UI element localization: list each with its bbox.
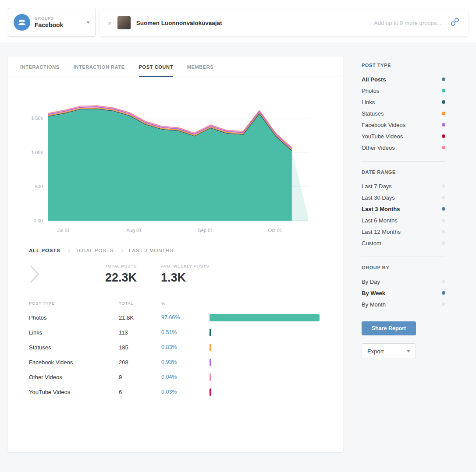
color-dot (442, 196, 445, 199)
filter-label: Last 30 Days (362, 194, 395, 201)
svg-text:0.00: 0.00 (34, 218, 43, 223)
groups-label: GROUPS (35, 16, 63, 21)
table-row[interactable]: Statuses 185 0.83% (29, 340, 322, 355)
table-row[interactable]: Other Videos 9 0.04% (29, 370, 322, 384)
table-row[interactable]: Photos 21.8K 97.66% (29, 310, 322, 325)
drilldown-chevron-icon[interactable] (29, 264, 40, 284)
color-dot (442, 230, 445, 233)
filter-label: Links (362, 99, 375, 106)
tab-interaction-rate[interactable]: INTERACTION RATE (74, 56, 125, 77)
filter-label: Facebook Videos (362, 122, 405, 128)
color-dot (442, 134, 445, 138)
group-by-month[interactable]: By Month (362, 299, 445, 310)
filter-label: Last 7 Days (362, 183, 392, 190)
row-type: Other Videos (29, 374, 119, 380)
groups-icon (14, 14, 30, 31)
tab-interactions[interactable]: INTERACTIONS (20, 56, 60, 77)
row-bar (210, 344, 211, 351)
filter-statuses[interactable]: Statuses (362, 108, 445, 119)
tab-post-count[interactable]: POST COUNT (139, 56, 173, 77)
groups-source-selector[interactable]: GROUPS Facebook (8, 8, 96, 37)
table-row[interactable]: YouTube Videos 6 0.03% (29, 384, 322, 399)
svg-text:Jul 01: Jul 01 (57, 228, 70, 233)
filters-sidebar: POST TYPE All Posts Photos Links Statuse… (348, 56, 468, 359)
analytics-card: INTERACTIONS INTERACTION RATE POST COUNT… (8, 56, 343, 452)
share-report-button[interactable]: Share Report (362, 321, 416, 335)
divider (362, 161, 445, 162)
color-dot (442, 184, 445, 188)
filter-label: By Day (362, 278, 380, 285)
filter-label: Last 12 Months (362, 229, 401, 235)
filter-links[interactable]: Links (362, 96, 445, 108)
platform-name: Facebook (35, 21, 63, 28)
filter-label: YouTube Videos (362, 133, 403, 140)
row-bar (210, 314, 320, 321)
group-avatar (117, 16, 131, 29)
range-custom[interactable]: Custom (362, 237, 445, 249)
row-type: Statuses (29, 344, 119, 351)
post-type-title: POST TYPE (362, 63, 445, 68)
color-dot (442, 123, 445, 127)
tab-members[interactable]: MEMBERS (187, 56, 213, 77)
stat-label: TOTAL POSTS (105, 264, 137, 268)
range-last-3-months[interactable]: Last 3 Months (362, 203, 445, 215)
row-type: YouTube Videos (29, 389, 119, 395)
filter-facebook-videos[interactable]: Facebook Videos (362, 119, 445, 130)
breadcrumb-range[interactable]: LAST 3 MONTHS (129, 248, 174, 253)
breadcrumb-metric[interactable]: TOTAL POSTS (76, 248, 114, 253)
filter-all-posts[interactable]: All Posts (362, 74, 445, 85)
color-dot (442, 303, 445, 306)
add-groups-input[interactable] (228, 20, 441, 26)
chevron-right-icon (66, 248, 70, 253)
filter-label: Statuses (362, 110, 384, 117)
range-last-12-months[interactable]: Last 12 Months (362, 226, 445, 237)
row-total: 6 (119, 389, 161, 395)
group-name: Suomen Luonnonvalokuvaajat (136, 20, 222, 26)
breadcrumb-post-type[interactable]: ALL POSTS (29, 248, 60, 253)
filter-photos[interactable]: Photos (362, 85, 445, 96)
row-percent: 0.93% (161, 359, 210, 365)
svg-text:1.00k: 1.00k (31, 150, 43, 155)
page-body: INTERACTIONS INTERACTION RATE POST COUNT… (0, 43, 476, 464)
remove-group-button[interactable]: × (108, 19, 112, 27)
row-percent: 97.66% (161, 314, 210, 321)
row-percent: 0.83% (161, 344, 210, 350)
filter-youtube-videos[interactable]: YouTube Videos (362, 130, 445, 142)
color-dot (442, 89, 445, 92)
range-last-30-days[interactable]: Last 30 Days (362, 192, 445, 203)
filter-label: All Posts (362, 76, 386, 83)
table-row[interactable]: Facebook Videos 208 0.93% (29, 355, 322, 370)
export-dropdown[interactable]: Export (362, 343, 416, 359)
filter-label: By Month (362, 301, 386, 308)
color-dot (442, 291, 445, 295)
selected-groups-strip: × Suomen Luonnonvalokuvaajat (100, 9, 468, 36)
row-bar (210, 373, 211, 381)
table-row[interactable]: Links 113 0.51% (29, 325, 322, 340)
row-percent: 0.51% (161, 329, 210, 335)
col-total: TOTAL (119, 301, 161, 306)
group-by-week[interactable]: By Week (362, 287, 445, 299)
svg-text:Sep 01: Sep 01 (198, 228, 213, 233)
group-by-day[interactable]: By Day (362, 276, 445, 287)
filter-other-videos[interactable]: Other Videos (362, 142, 445, 153)
svg-text:1.50k: 1.50k (31, 116, 43, 121)
row-percent: 0.04% (161, 374, 210, 380)
chart-area: 1.50k1.00k5000.00Jul 01Aug 01Sep 01Oct 0… (8, 77, 343, 237)
table-header-row: POST TYPE TOTAL % (29, 298, 322, 308)
col-post-type: POST TYPE (29, 301, 119, 306)
color-dot (442, 77, 445, 81)
row-bar (210, 359, 211, 366)
divider (362, 257, 445, 257)
stat-value: 22.3K (105, 271, 137, 285)
range-last-6-months[interactable]: Last 6 Months (362, 215, 445, 226)
link-icon[interactable] (450, 17, 460, 29)
color-dot (442, 241, 445, 245)
row-total: 208 (119, 359, 161, 366)
filter-label: Photos (362, 88, 379, 94)
row-type: Photos (29, 314, 119, 321)
stat-avg-weekly-posts: AVG. WEEKLY POSTS 1.3K (161, 264, 209, 285)
color-dot (442, 112, 445, 115)
range-last-7-days[interactable]: Last 7 Days (362, 180, 445, 192)
row-total: 113 (119, 329, 161, 336)
stat-label: AVG. WEEKLY POSTS (161, 264, 209, 268)
